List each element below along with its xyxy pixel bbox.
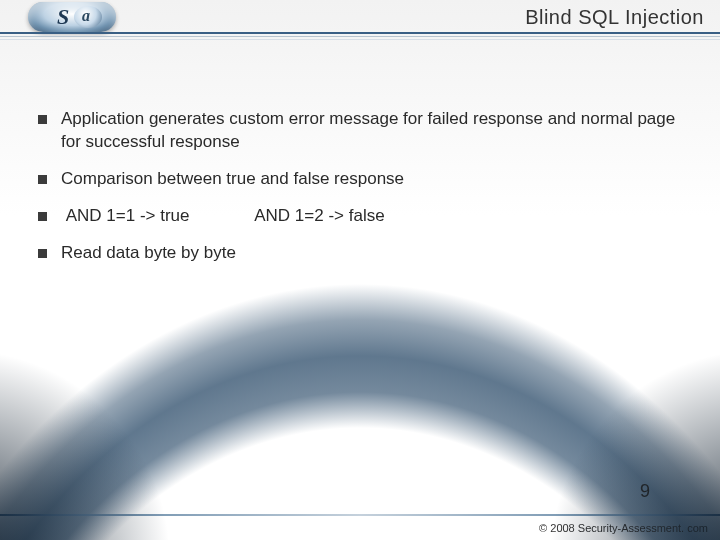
footer-copyright: © 2008 Security-Assessment. com — [539, 522, 708, 534]
bullet-square-icon — [38, 249, 47, 258]
slide-content: Application generates custom error messa… — [38, 108, 682, 279]
bullet-text: Read data byte by byte — [61, 242, 682, 265]
header-divider — [0, 32, 720, 40]
bullet-square-icon — [38, 212, 47, 221]
logo-ring-icon: a — [74, 6, 102, 28]
example-false: AND 1=2 -> false — [254, 205, 384, 228]
logo-letter-a: a — [82, 7, 90, 25]
bullet-square-icon — [38, 115, 47, 124]
footer-divider — [0, 514, 720, 516]
slide-title: Blind SQL Injection — [525, 6, 704, 29]
slide: S a Blind SQL Injection Application gene… — [0, 0, 720, 540]
logo-letter-s: S — [57, 4, 69, 30]
example-true: AND 1=1 -> true — [66, 205, 190, 228]
bullet-item: Application generates custom error messa… — [38, 108, 682, 154]
bullet-item: Comparison between true and false respon… — [38, 168, 682, 191]
bullet-item: Read data byte by byte — [38, 242, 682, 265]
bullet-item-examples: AND 1=1 -> true AND 1=2 -> false — [38, 205, 682, 228]
logo: S a — [28, 2, 116, 32]
bullet-examples: AND 1=1 -> true AND 1=2 -> false — [61, 205, 682, 228]
bullet-text: Comparison between true and false respon… — [61, 168, 682, 191]
page-number: 9 — [640, 481, 650, 502]
bullet-text: Application generates custom error messa… — [61, 108, 682, 154]
bullet-square-icon — [38, 175, 47, 184]
